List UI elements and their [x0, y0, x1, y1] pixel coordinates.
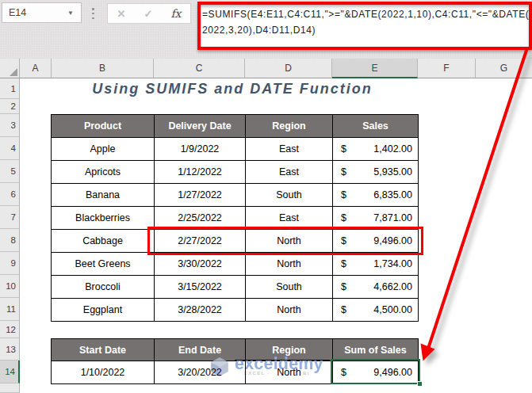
cell-sales[interactable]: $1,734.00 — [333, 253, 419, 276]
row-header-6[interactable]: 6 — [0, 183, 20, 206]
sales-amount: 5,935.00 — [373, 166, 412, 177]
column-headers: A B C D E F G — [20, 59, 532, 78]
sales-amount: 4,500.00 — [373, 304, 412, 315]
cell-product[interactable]: Blackberries — [52, 207, 155, 230]
formula-toolbar: ✕ ✓ fx — [107, 3, 191, 24]
table-row: Eggplant 3/28/2022 North $4,500.00 — [52, 299, 419, 322]
sales-amount: 7,871.00 — [373, 212, 412, 223]
cell-product[interactable]: Eggplant — [52, 299, 155, 322]
cell-product[interactable]: Cabbage — [52, 230, 155, 253]
sales-amount: 1,402.00 — [373, 143, 412, 155]
formula-line-2: 2022,3,20),D4:D11,D14) — [202, 22, 529, 38]
column-header-d[interactable]: D — [245, 59, 332, 78]
row-header-7[interactable]: 7 — [0, 206, 20, 229]
column-header-a[interactable]: A — [20, 59, 52, 78]
column-header-c[interactable]: C — [154, 59, 245, 78]
selected-cell-e14-border — [331, 359, 420, 384]
row-header-13[interactable]: 13 — [0, 338, 20, 361]
name-box-dropdown-icon[interactable]: ▼ — [67, 10, 81, 17]
currency-symbol: $ — [341, 189, 346, 200]
table-row: Beet Greens 3/30/2022 North $1,734.00 — [52, 253, 419, 276]
cell-border-overlay — [245, 361, 246, 383]
column-header-f[interactable]: F — [418, 59, 476, 78]
row-header-11[interactable]: 11 — [0, 298, 20, 321]
select-all-triangle-icon — [10, 68, 17, 76]
cell-sales[interactable]: $4,500.00 — [333, 299, 419, 322]
header-region[interactable]: Region — [246, 115, 333, 138]
row-header-4[interactable]: 4 — [0, 137, 20, 160]
currency-symbol: $ — [341, 166, 346, 177]
cell-region[interactable]: North — [246, 253, 333, 276]
table-row: Banana 1/27/2022 South $6,835.00 — [52, 184, 419, 207]
cell-region[interactable]: South — [246, 184, 333, 207]
cell-delivery-date[interactable]: 3/30/2022 — [155, 253, 246, 276]
cell-region[interactable]: East — [246, 138, 333, 161]
region-value: North — [277, 367, 301, 378]
currency-symbol: $ — [341, 281, 346, 292]
cancel-icon[interactable]: ✕ — [117, 8, 126, 20]
name-box[interactable]: E14 ▼ — [2, 2, 82, 23]
fill-handle[interactable] — [417, 381, 423, 387]
column-header-e-selected[interactable]: E — [332, 59, 418, 78]
table-border-overlay — [235, 360, 330, 361]
formula-bar-separator-dots-icon — [92, 8, 94, 19]
sales-table-header-row: Product Delivery Date Region Sales — [52, 115, 419, 138]
row-header-10[interactable]: 10 — [0, 275, 20, 298]
row-header-9[interactable]: 9 — [0, 252, 20, 275]
cell-region[interactable]: East — [246, 161, 333, 184]
header-product[interactable]: Product — [52, 115, 155, 138]
sales-amount: 4,662.00 — [373, 281, 412, 292]
select-all-corner[interactable] — [0, 59, 20, 78]
sales-amount: 6,835.00 — [373, 189, 412, 200]
column-header-b[interactable]: B — [52, 59, 154, 78]
cell-product[interactable]: Broccoli — [52, 276, 155, 299]
cell-region[interactable]: North — [246, 299, 333, 322]
currency-symbol: $ — [341, 304, 346, 315]
row-header-3[interactable]: 3 — [0, 114, 20, 137]
cell-delivery-date[interactable]: 3/15/2022 — [155, 276, 246, 299]
row-headers: 1 2 3 4 5 6 7 8 9 10 11 12 13 14 — [0, 78, 20, 393]
sales-amount: 1,734.00 — [373, 258, 412, 269]
formula-bar-chrome: E14 ▼ ✕ ✓ fx =SUMIFS(E4:E11,C4:C11,">="&… — [0, 0, 532, 59]
row-header-8[interactable]: 8 — [0, 229, 20, 252]
enter-icon[interactable]: ✓ — [144, 8, 152, 20]
cell-sales[interactable]: $6,835.00 — [333, 184, 419, 207]
cell-delivery-date[interactable]: 1/27/2022 — [155, 184, 246, 207]
cell-sales[interactable]: $4,662.00 — [333, 276, 419, 299]
sheet-title: Using SUMIFS and DATE Function — [52, 78, 413, 99]
start-date-value: 1/10/2022 — [81, 367, 125, 378]
cell-region[interactable]: South — [246, 276, 333, 299]
cell-delivery-date[interactable]: 1/12/2022 — [155, 161, 246, 184]
cell-product[interactable]: Beet Greens — [52, 253, 155, 276]
header-start-date[interactable]: Start Date — [52, 339, 155, 361]
watermark-tagline-right: BI — [303, 371, 310, 376]
row-header-5[interactable]: 5 — [0, 160, 20, 183]
row-header-1[interactable]: 1 — [0, 78, 20, 99]
column-header-g[interactable]: G — [476, 59, 532, 78]
watermark-tagline-left: EXCEL · — [244, 371, 270, 376]
cell-product[interactable]: Apricots — [52, 161, 155, 184]
sales-table: Product Delivery Date Region Sales Apple… — [51, 114, 419, 322]
cell-sales[interactable]: $5,935.00 — [333, 161, 419, 184]
cell-sales[interactable]: $1,402.00 — [333, 138, 419, 161]
header-sales[interactable]: Sales — [333, 115, 419, 138]
excel-screenshot: { "name_box": { "value": "E14", "caret_i… — [0, 0, 532, 393]
cell-delivery-date[interactable]: 3/28/2022 — [155, 299, 246, 322]
row-header-12[interactable]: 12 — [0, 321, 20, 338]
highlight-box-cabbage-row — [147, 227, 423, 255]
cell-delivery-date[interactable]: 1/9/2022 — [155, 138, 246, 161]
name-box-value[interactable]: E14 — [2, 7, 67, 18]
row-header-14-selected[interactable]: 14 — [0, 361, 20, 383]
row-header-2[interactable]: 2 — [0, 99, 20, 114]
formula-line-1: =SUMIFS(E4:E11,C4:C11,">="&DATE(2022,1,1… — [202, 6, 529, 22]
cell-product[interactable]: Apple — [52, 138, 155, 161]
insert-function-icon[interactable]: fx — [170, 7, 181, 20]
cell-product[interactable]: Banana — [52, 184, 155, 207]
header-delivery-date[interactable]: Delivery Date — [155, 115, 246, 138]
row-header-15-partial[interactable] — [0, 383, 20, 393]
formula-input[interactable]: =SUMIFS(E4:E11,C4:C11,">="&DATE(2022,1,1… — [197, 2, 532, 50]
cell-start-date[interactable]: 1/10/2022 — [52, 361, 155, 384]
currency-symbol: $ — [341, 258, 346, 269]
table-row: Apple 1/9/2022 East $1,402.00 — [52, 138, 419, 161]
header-sum-of-sales[interactable]: Sum of Sales — [333, 339, 419, 361]
